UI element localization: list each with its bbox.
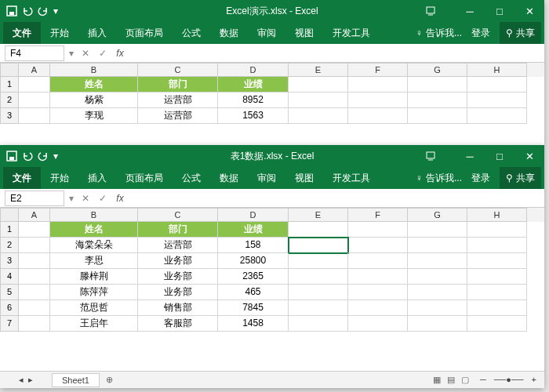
cell-B5[interactable]: 陈萍萍 [50, 285, 138, 300]
cell-A3[interactable] [19, 108, 50, 124]
ribbon-options-icon[interactable] [425, 5, 455, 17]
cell-C2[interactable]: 运营部 [138, 93, 218, 108]
col-header-E[interactable]: E [289, 208, 348, 222]
cell-E7[interactable] [289, 316, 348, 332]
cell-G2[interactable] [408, 93, 467, 108]
tab-file[interactable]: 文件 [3, 22, 41, 44]
qat-dropdown-icon[interactable]: ▾ [53, 151, 58, 162]
cell-A5[interactable] [19, 285, 50, 300]
cell-D2[interactable]: 158 [218, 238, 289, 253]
cell-H3[interactable] [467, 253, 527, 269]
cell-A3[interactable] [19, 253, 50, 269]
tab-file[interactable]: 文件 [3, 167, 41, 189]
col-header-F[interactable]: F [348, 63, 408, 77]
zoom-slider[interactable]: ──●── [494, 375, 524, 385]
name-box-dropdown-icon[interactable]: ▾ [66, 193, 77, 204]
cell-A2[interactable] [19, 93, 50, 108]
col-header-G[interactable]: G [408, 63, 467, 77]
row-header[interactable]: 2 [0, 238, 19, 253]
cell-A2[interactable] [19, 238, 50, 253]
col-header-G[interactable]: G [408, 208, 467, 222]
tab-data[interactable]: 数据 [210, 22, 248, 44]
cell-E3[interactable] [289, 108, 348, 124]
minimize-icon[interactable]: ─ [455, 151, 485, 162]
titlebar[interactable]: ▾ 表1数据.xlsx - Excel ─ □ ✕ [0, 145, 544, 167]
sheet-nav-prev-icon[interactable]: ◂ [0, 375, 28, 385]
cell-F1[interactable] [348, 222, 408, 238]
name-box[interactable]: E2 [5, 191, 64, 206]
tab-insert[interactable]: 插入 [78, 22, 116, 44]
cell-H2[interactable] [467, 93, 527, 108]
fx-icon[interactable]: fx [111, 48, 129, 59]
tab-dev[interactable]: 开发工具 [323, 167, 380, 189]
col-header-A[interactable]: A [19, 208, 50, 222]
cell-F2[interactable] [348, 238, 408, 253]
sheet-tab[interactable]: Sheet1 [52, 373, 100, 387]
cell-G2[interactable] [408, 238, 467, 253]
cell-G5[interactable] [408, 285, 467, 300]
row-header[interactable]: 3 [0, 108, 19, 124]
cell-E2[interactable] [289, 93, 348, 108]
tab-formula[interactable]: 公式 [173, 22, 210, 44]
col-header-C[interactable]: C [138, 208, 218, 222]
tell-me[interactable]: 告诉我... [426, 172, 462, 185]
cell-F1[interactable] [348, 77, 408, 93]
cell-G6[interactable] [408, 300, 467, 316]
cell-D1[interactable]: 业绩 [218, 77, 289, 93]
cell-F6[interactable] [348, 300, 408, 316]
sheet-nav-next-icon[interactable]: ▸ [28, 375, 33, 385]
tab-dev[interactable]: 开发工具 [323, 22, 380, 44]
enter-icon[interactable]: ✓ [94, 48, 111, 59]
select-all-corner[interactable] [0, 63, 19, 77]
row-header[interactable]: 5 [0, 285, 19, 300]
cell-B6[interactable]: 范思哲 [50, 300, 138, 316]
cell-E6[interactable] [289, 300, 348, 316]
undo-icon[interactable] [22, 151, 33, 162]
cell-G7[interactable] [408, 316, 467, 332]
cell-H2[interactable] [467, 238, 527, 253]
redo-icon[interactable] [38, 5, 49, 16]
cell-G4[interactable] [408, 269, 467, 285]
save-icon[interactable] [6, 151, 17, 162]
tab-layout[interactable]: 页面布局 [116, 22, 173, 44]
cell-B1[interactable]: 姓名 [50, 77, 138, 93]
qat-dropdown-icon[interactable]: ▾ [53, 5, 58, 16]
cell-H7[interactable] [467, 316, 527, 332]
cell-C5[interactable]: 业务部 [138, 285, 218, 300]
cell-C2[interactable]: 运营部 [138, 238, 218, 253]
col-header-B[interactable]: B [50, 63, 138, 77]
cell-B2[interactable]: 杨紫 [50, 93, 138, 108]
tab-view[interactable]: 视图 [285, 22, 323, 44]
cell-C1[interactable]: 部门 [138, 77, 218, 93]
close-icon[interactable]: ✕ [514, 5, 544, 17]
save-icon[interactable] [6, 5, 17, 16]
fx-icon[interactable]: fx [111, 193, 129, 204]
cell-D4[interactable]: 2365 [218, 269, 289, 285]
cell-E4[interactable] [289, 269, 348, 285]
formula-input[interactable] [129, 191, 544, 206]
cell-G1[interactable] [408, 222, 467, 238]
cell-C1[interactable]: 部门 [138, 222, 218, 238]
minimize-icon[interactable]: ─ [455, 5, 485, 17]
cell-F3[interactable] [348, 108, 408, 124]
select-all-corner[interactable] [0, 208, 19, 222]
cell-H1[interactable] [467, 77, 527, 93]
formula-input[interactable] [129, 45, 544, 61]
row-header[interactable]: 3 [0, 253, 19, 269]
cell-H4[interactable] [467, 269, 527, 285]
cell-C4[interactable]: 业务部 [138, 269, 218, 285]
col-header-A[interactable]: A [19, 63, 50, 77]
undo-icon[interactable] [22, 5, 33, 16]
cell-B7[interactable]: 王启年 [50, 316, 138, 332]
cell-D7[interactable]: 1458 [218, 316, 289, 332]
cell-C3[interactable]: 业务部 [138, 253, 218, 269]
cell-E5[interactable] [289, 285, 348, 300]
redo-icon[interactable] [38, 151, 49, 162]
cell-C7[interactable]: 客服部 [138, 316, 218, 332]
cell-G3[interactable] [408, 253, 467, 269]
cell-H5[interactable] [467, 285, 527, 300]
cell-C3[interactable]: 运营部 [138, 108, 218, 124]
row-header[interactable]: 2 [0, 93, 19, 108]
tab-view[interactable]: 视图 [285, 167, 323, 189]
col-header-H[interactable]: H [467, 208, 527, 222]
